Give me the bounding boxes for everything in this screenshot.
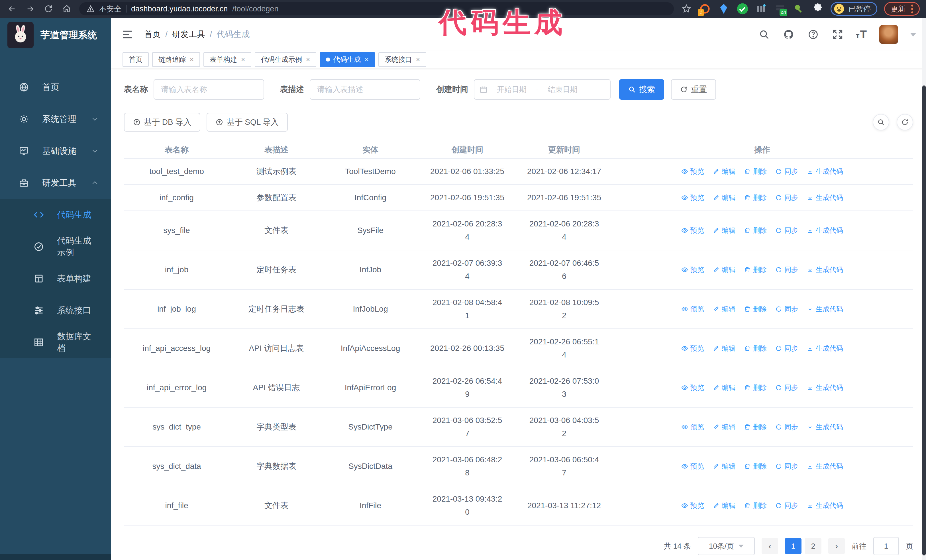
date-range-picker[interactable]: - (474, 79, 611, 100)
action-sync[interactable]: 同步 (775, 302, 798, 315)
extension-check-icon[interactable] (737, 3, 749, 15)
action-edit[interactable]: 编辑 (713, 420, 735, 433)
action-download[interactable]: 生成代码 (806, 224, 843, 237)
page-button-1[interactable]: 1 (785, 538, 802, 554)
action-edit[interactable]: 编辑 (713, 224, 735, 237)
sidebar-subitem-form-builder[interactable]: 表单构建 (0, 263, 111, 294)
help-icon[interactable] (807, 28, 819, 41)
action-download[interactable]: 生成代码 (806, 420, 843, 433)
tab-codegen[interactable]: 代码生成 × (320, 52, 375, 67)
browser-home-icon[interactable] (61, 3, 73, 15)
action-edit[interactable]: 编辑 (713, 263, 735, 276)
action-trash[interactable]: 删除 (744, 191, 767, 204)
extension-gem-icon[interactable] (718, 3, 730, 15)
next-page-button[interactable]: › (828, 538, 845, 554)
action-trash[interactable]: 删除 (744, 460, 767, 473)
action-download[interactable]: 生成代码 (806, 165, 843, 178)
start-date-input[interactable] (490, 85, 533, 94)
action-trash[interactable]: 删除 (744, 263, 767, 276)
tab-close-icon[interactable]: × (241, 56, 245, 63)
action-eye[interactable]: 预览 (681, 165, 704, 178)
browser-back-icon[interactable] (6, 3, 18, 15)
tab-close-icon[interactable]: × (306, 56, 310, 63)
action-trash[interactable]: 删除 (744, 420, 767, 433)
extensions-puzzle-icon[interactable] (812, 3, 824, 15)
action-sync[interactable]: 同步 (775, 420, 798, 433)
sidebar-item-infrastructure[interactable]: 基础设施 (0, 135, 111, 167)
extension-key-icon[interactable] (793, 3, 805, 15)
sidebar-item-dev-tools[interactable]: 研发工具 (0, 167, 111, 199)
action-edit[interactable]: 编辑 (713, 460, 735, 473)
action-trash[interactable]: 删除 (744, 165, 767, 178)
action-download[interactable]: 生成代码 (806, 342, 843, 355)
breadcrumb-home[interactable]: 首页 (144, 29, 161, 40)
action-download[interactable]: 生成代码 (806, 263, 843, 276)
hamburger-icon[interactable] (121, 28, 134, 41)
import-sql-button[interactable]: 基于 SQL 导入 (207, 113, 288, 131)
action-sync[interactable]: 同步 (775, 499, 798, 512)
action-edit[interactable]: 编辑 (713, 302, 735, 315)
browser-reload-icon[interactable] (43, 3, 54, 15)
bookmark-star-icon[interactable] (681, 3, 692, 15)
search-icon[interactable] (758, 28, 770, 41)
action-download[interactable]: 生成代码 (806, 191, 843, 204)
action-eye[interactable]: 预览 (681, 342, 704, 355)
extension-orange-icon[interactable]: 1 (699, 3, 711, 15)
breadcrumb-dev-tools[interactable]: 研发工具 (172, 29, 205, 40)
action-download[interactable]: 生成代码 (806, 499, 843, 512)
sidebar-subitem-db-doc[interactable]: 数据库文档 (0, 326, 111, 358)
action-sync[interactable]: 同步 (775, 263, 798, 276)
tab-codegen-example[interactable]: 代码生成示例 × (255, 52, 316, 67)
action-edit[interactable]: 编辑 (713, 342, 735, 355)
action-sync[interactable]: 同步 (775, 191, 798, 204)
tab-close-icon[interactable]: × (365, 56, 369, 63)
action-download[interactable]: 生成代码 (806, 302, 843, 315)
action-sync[interactable]: 同步 (775, 381, 798, 394)
search-button[interactable]: 搜索 (619, 79, 664, 100)
action-eye[interactable]: 预览 (681, 420, 704, 433)
action-trash[interactable]: 删除 (744, 499, 767, 512)
browser-profile-chip[interactable]: 已暂停 (831, 2, 877, 16)
action-sync[interactable]: 同步 (775, 460, 798, 473)
reset-button[interactable]: 重置 (671, 79, 716, 100)
action-trash[interactable]: 删除 (744, 224, 767, 237)
action-edit[interactable]: 编辑 (713, 499, 735, 512)
table-desc-input[interactable] (310, 79, 420, 100)
tab-system-api[interactable]: 系统接口 × (378, 52, 426, 67)
action-eye[interactable]: 预览 (681, 381, 704, 394)
action-eye[interactable]: 预览 (681, 499, 704, 512)
action-download[interactable]: 生成代码 (806, 381, 843, 394)
action-edit[interactable]: 编辑 (713, 381, 735, 394)
url-bar[interactable]: 不安全 dashboard.yudao.iocoder.cn /tool/cod… (79, 2, 674, 15)
action-download[interactable]: 生成代码 (806, 460, 843, 473)
action-eye[interactable]: 预览 (681, 191, 704, 204)
scrollbar-thumb[interactable] (922, 86, 926, 555)
action-eye[interactable]: 预览 (681, 460, 704, 473)
goto-page-input[interactable] (873, 537, 899, 555)
user-menu-caret-icon[interactable] (910, 33, 916, 36)
tab-form-builder[interactable]: 表单构建 × (203, 52, 251, 67)
browser-update-button[interactable]: 更新 (884, 2, 920, 16)
prev-page-button[interactable]: ‹ (762, 538, 778, 554)
action-eye[interactable]: 预览 (681, 224, 704, 237)
refresh-table-button[interactable] (897, 114, 913, 130)
action-eye[interactable]: 预览 (681, 302, 704, 315)
extension-columns-icon[interactable] (755, 3, 767, 15)
fullscreen-icon[interactable] (831, 28, 844, 41)
browser-forward-icon[interactable] (24, 3, 36, 15)
action-sync[interactable]: 同步 (775, 165, 798, 178)
browser-menu-icon[interactable] (911, 5, 913, 14)
action-sync[interactable]: 同步 (775, 342, 798, 355)
import-db-button[interactable]: 基于 DB 导入 (124, 113, 200, 131)
tab-close-icon[interactable]: × (416, 56, 420, 63)
font-size-icon[interactable]: тT (856, 29, 867, 41)
sidebar-item-home[interactable]: 首页 (0, 71, 111, 103)
user-avatar[interactable] (879, 25, 898, 44)
extension-on-icon[interactable]: on (774, 3, 786, 15)
tab-close-icon[interactable]: × (190, 56, 194, 63)
sidebar-subitem-codegen[interactable]: 代码生成 (0, 199, 111, 231)
table-name-input[interactable] (154, 79, 264, 100)
action-eye[interactable]: 预览 (681, 263, 704, 276)
page-size-select[interactable]: 10条/页 (698, 537, 755, 555)
action-trash[interactable]: 删除 (744, 381, 767, 394)
